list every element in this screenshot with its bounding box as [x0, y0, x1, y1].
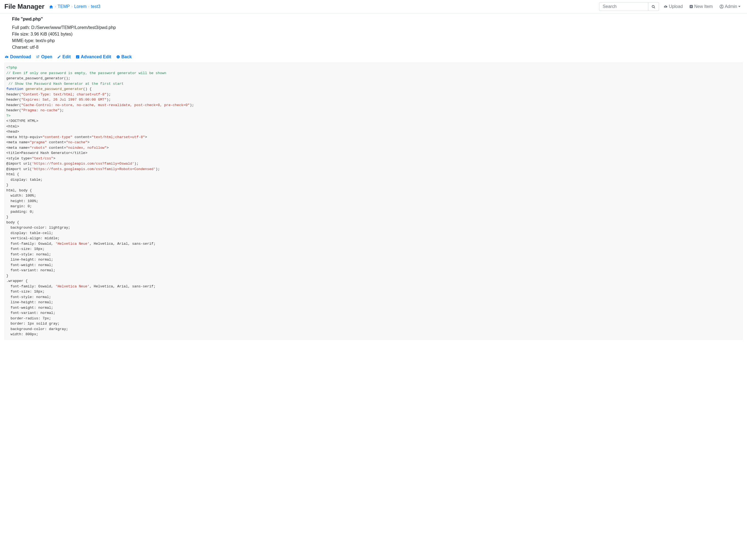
search-wrap	[599, 2, 659, 11]
code-viewer: <?php // Even if only one password is em…	[4, 62, 743, 339]
admin-menu[interactable]: Admin	[717, 2, 743, 11]
download-button[interactable]: Download	[4, 54, 31, 59]
advanced-edit-button[interactable]: Advanced Edit	[76, 54, 111, 59]
content-area: File "pwd.php" Full path: D:/Server/www/…	[0, 14, 747, 339]
edit-button[interactable]: Edit	[57, 54, 71, 59]
arrow-left-circle-icon	[116, 55, 120, 59]
file-title: File "pwd.php"	[12, 17, 743, 22]
navbar-right: Upload New Item Admin	[599, 2, 743, 11]
home-icon[interactable]	[49, 4, 53, 9]
external-link-icon	[36, 55, 40, 59]
advanced-label: Advanced Edit	[81, 54, 111, 59]
back-label: Back	[121, 54, 132, 59]
new-item-label: New Item	[694, 4, 713, 9]
top-navbar: File Manager › TEMP › Lorem › test3 Uplo…	[0, 0, 747, 14]
svg-point-6	[117, 55, 120, 58]
svg-point-4	[721, 5, 722, 6]
search-input[interactable]	[599, 2, 648, 11]
edit-square-icon	[76, 55, 80, 59]
file-charset: Charset: utf-8	[12, 44, 743, 51]
file-size: File size: 3.96 KiB (4051 bytes)	[12, 31, 743, 37]
breadcrumb-item[interactable]: Lorem	[74, 4, 86, 9]
open-button[interactable]: Open	[36, 54, 52, 59]
file-fullpath: Full path: D:/Server/www/TEMP/Lorem/test…	[12, 24, 743, 31]
admin-label: Admin	[725, 4, 737, 9]
upload-link[interactable]: Upload	[661, 2, 685, 11]
breadcrumb-separator: ›	[55, 5, 56, 8]
breadcrumb-item[interactable]: test3	[91, 4, 101, 9]
breadcrumb-separator: ›	[88, 5, 89, 8]
breadcrumb-separator: ›	[71, 5, 73, 8]
cloud-upload-icon	[663, 5, 668, 8]
breadcrumb: › TEMP › Lorem › test3	[49, 4, 599, 9]
edit-label: Edit	[62, 54, 71, 59]
plus-square-icon	[689, 5, 693, 8]
user-circle-icon	[719, 4, 724, 9]
back-button[interactable]: Back	[116, 54, 132, 59]
upload-label: Upload	[669, 4, 683, 9]
cloud-download-icon	[4, 55, 9, 59]
svg-point-0	[652, 5, 654, 7]
file-header: File "pwd.php" Full path: D:/Server/www/…	[12, 17, 743, 51]
search-icon	[651, 5, 655, 9]
new-item-link[interactable]: New Item	[687, 2, 715, 11]
edit-icon	[57, 55, 61, 59]
app-brand: File Manager	[4, 3, 45, 10]
file-actions: Download Open Edit Advanced Edit Back	[4, 54, 743, 59]
open-label: Open	[41, 54, 52, 59]
download-label: Download	[10, 54, 31, 59]
file-mime: MIME-type: text/x-php	[12, 37, 743, 44]
search-button[interactable]	[648, 2, 659, 11]
chevron-down-icon	[738, 5, 741, 8]
svg-line-1	[654, 7, 655, 8]
breadcrumb-item[interactable]: TEMP	[58, 4, 70, 9]
